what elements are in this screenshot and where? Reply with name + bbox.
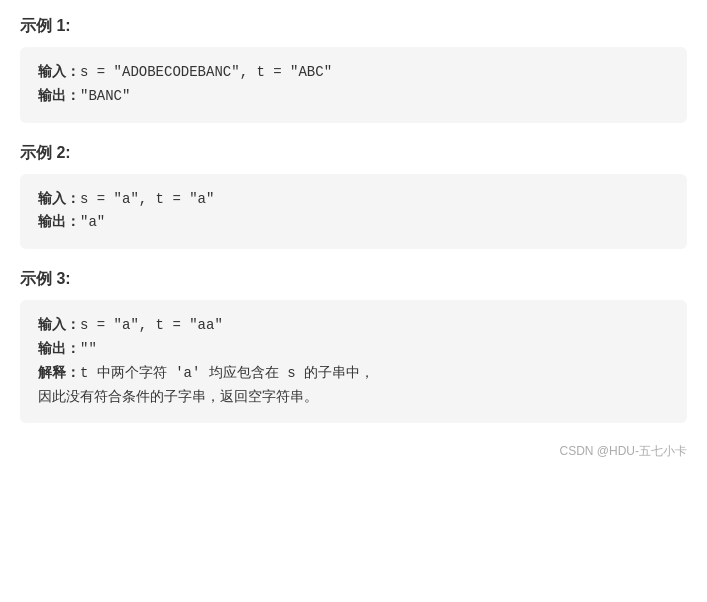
footer-credit: CSDN @HDU-五七小卡 [20,443,687,460]
label-2-0: 输入： [38,191,80,207]
section-example3: 示例 3: 输入：s = "a", t = "aa" 输出："" 解释：t 中两… [20,269,687,423]
code-block-1: 输入：s = "ADOBECODEBANC", t = "ABC" 输出："BA… [20,47,687,123]
label-3-0: 输入： [38,317,80,333]
section-title-1: 示例 1: [20,16,687,37]
section-example1: 示例 1: 输入：s = "ADOBECODEBANC", t = "ABC" … [20,16,687,123]
code-line-2-1: 输出："a" [38,211,669,235]
code-line-3-3: 因此没有符合条件的子字串，返回空字符串。 [38,386,669,410]
page-container: 示例 1: 输入：s = "ADOBECODEBANC", t = "ABC" … [20,16,687,460]
content-3-1: "" [80,341,97,357]
code-block-2: 输入：s = "a", t = "a" 输出："a" [20,174,687,250]
section-example2: 示例 2: 输入：s = "a", t = "a" 输出："a" [20,143,687,250]
label-3-1: 输出： [38,341,80,357]
content-3-2: t 中两个字符 'a' 均应包含在 s 的子串中， [80,365,374,381]
code-block-3: 输入：s = "a", t = "aa" 输出："" 解释：t 中两个字符 'a… [20,300,687,423]
label-1-0: 输入： [38,64,80,80]
content-3-3: 因此没有符合条件的子字串，返回空字符串。 [38,389,318,405]
label-1-1: 输出： [38,88,80,104]
section-title-3: 示例 3: [20,269,687,290]
section-title-2: 示例 2: [20,143,687,164]
content-1-1: "BANC" [80,88,130,104]
code-line-3-0: 输入：s = "a", t = "aa" [38,314,669,338]
code-line-3-2: 解释：t 中两个字符 'a' 均应包含在 s 的子串中， [38,362,669,386]
label-3-2: 解释： [38,365,80,381]
label-2-1: 输出： [38,214,80,230]
content-3-0: s = "a", t = "aa" [80,317,223,333]
content-1-0: s = "ADOBECODEBANC", t = "ABC" [80,64,332,80]
code-line-1-0: 输入：s = "ADOBECODEBANC", t = "ABC" [38,61,669,85]
code-line-2-0: 输入：s = "a", t = "a" [38,188,669,212]
content-2-1: "a" [80,214,105,230]
code-line-3-1: 输出："" [38,338,669,362]
content-2-0: s = "a", t = "a" [80,191,214,207]
code-line-1-1: 输出："BANC" [38,85,669,109]
